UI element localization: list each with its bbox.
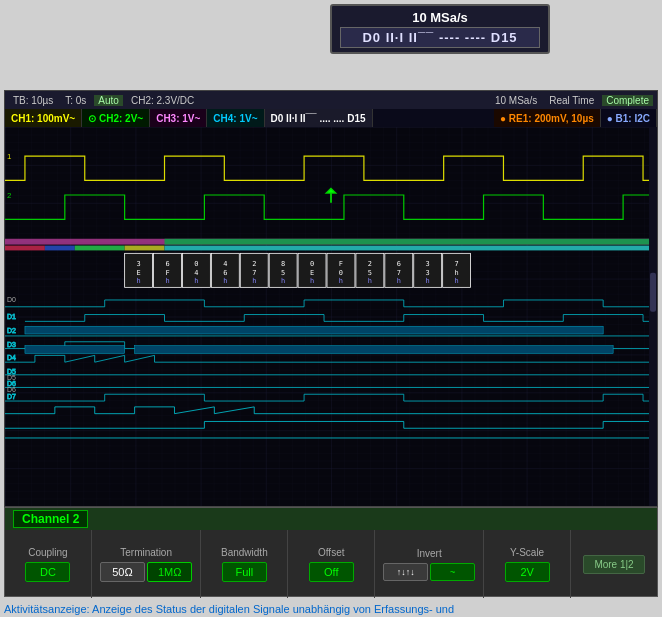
digital-bus-area <box>5 239 657 251</box>
svg-rect-70 <box>649 127 657 506</box>
tab-ch3[interactable]: CH3: 1V~ <box>150 109 207 127</box>
svg-text:2: 2 <box>368 260 372 268</box>
svg-text:F: F <box>165 269 169 277</box>
svg-text:h: h <box>136 278 140 286</box>
ch2-info-status: CH2: 2.3V/DC <box>127 95 198 106</box>
svg-text:7: 7 <box>252 269 256 277</box>
svg-rect-2 <box>5 127 657 506</box>
svg-text:0: 0 <box>194 260 198 268</box>
sample-rate-status: 10 MSa/s <box>491 95 541 106</box>
svg-text:E: E <box>310 269 314 277</box>
svg-text:h: h <box>310 278 314 286</box>
svg-text:2: 2 <box>252 260 256 268</box>
svg-text:h: h <box>165 278 169 286</box>
oscilloscope-main: TB: 10µs T: 0s Auto CH2: 2.3V/DC 10 MSa/… <box>4 90 658 507</box>
coupling-label: Coupling <box>28 547 67 558</box>
digital-channel-display: D0 ΙΙ·Ι ΙΙ¯¯ ---- ---- D15 <box>340 27 540 48</box>
yscale-group: Y-Scale 2V <box>484 530 571 598</box>
svg-text:6: 6 <box>397 260 401 268</box>
svg-text:D1: D1 <box>7 313 16 320</box>
termination-50ohm-button[interactable]: 50Ω <box>100 562 145 582</box>
invert-label: Invert <box>417 548 442 559</box>
tab-b1[interactable]: ● B1: I2C <box>601 109 657 127</box>
invert-off-button[interactable]: ~ <box>430 563 475 581</box>
svg-text:h: h <box>223 278 227 286</box>
scope-status-bar: TB: 10µs T: 0s Auto CH2: 2.3V/DC 10 MSa/… <box>5 91 657 109</box>
svg-rect-8 <box>45 246 75 251</box>
svg-text:h: h <box>252 278 256 286</box>
svg-text:7: 7 <box>455 260 459 268</box>
svg-text:F: F <box>339 260 343 268</box>
channel-label-bar: Channel 2 <box>5 508 657 530</box>
svg-rect-67 <box>25 326 603 334</box>
svg-rect-9 <box>75 246 125 251</box>
status-text: Aktivitätsanzeige: Anzeige des Status de… <box>4 603 658 615</box>
svg-text:0: 0 <box>339 269 343 277</box>
svg-rect-69 <box>135 346 614 354</box>
svg-text:h: h <box>281 278 285 286</box>
invert-btn-group: ↑↓↑↓ ~ <box>383 563 475 581</box>
svg-text:4: 4 <box>194 269 198 277</box>
svg-text:h: h <box>339 278 343 286</box>
invert-wave-button[interactable]: ↑↓↑↓ <box>383 563 428 581</box>
yscale-2v-button[interactable]: 2V <box>505 562 550 582</box>
svg-rect-10 <box>125 246 165 251</box>
coupling-group: Coupling DC <box>5 530 92 598</box>
svg-text:5: 5 <box>281 269 285 277</box>
mode-status: Real Time <box>545 95 598 106</box>
yscale-label: Y-Scale <box>510 547 544 558</box>
svg-text:6: 6 <box>165 260 169 268</box>
svg-text:4: 4 <box>223 260 227 268</box>
svg-text:D5: D5 <box>7 374 16 381</box>
active-channel-label: Channel 2 <box>13 510 88 528</box>
svg-text:D7: D7 <box>7 393 16 400</box>
status-description: Aktivitätsanzeige: Anzeige des Status de… <box>4 603 454 615</box>
svg-rect-68 <box>25 346 125 354</box>
tab-ch1[interactable]: CH1: 100mV~ <box>5 109 82 127</box>
coupling-dc-button[interactable]: DC <box>25 562 70 582</box>
channel-tabs-bar: CH1: 100mV~ ⊙ CH2: 2V~ CH3: 1V~ CH4: 1V~… <box>5 109 657 127</box>
offset-group: Offset Off <box>288 530 375 598</box>
bandwidth-label: Bandwidth <box>221 547 268 558</box>
waveform-display: 3 E h 6 F h 0 4 h 4 6 h 2 7 h <box>5 127 657 506</box>
svg-text:h: h <box>368 278 372 286</box>
offset-label: Offset <box>318 547 345 558</box>
termination-label: Termination <box>120 547 172 558</box>
termination-group: Termination 50Ω 1MΩ <box>92 530 202 598</box>
svg-rect-71 <box>650 273 656 312</box>
termination-btn-group: 50Ω 1MΩ <box>100 562 193 582</box>
bandwidth-group: Bandwidth Full <box>201 530 288 598</box>
waveform-svg: 3 E h 6 F h 0 4 h 4 6 h 2 7 h <box>5 127 657 506</box>
tab-ch4[interactable]: CH4: 1V~ <box>207 109 264 127</box>
more-button[interactable]: More 1|2 <box>583 555 644 574</box>
svg-rect-7 <box>5 246 45 251</box>
controls-row: Coupling DC Termination 50Ω 1MΩ Bandwidt… <box>5 530 657 598</box>
svg-text:h: h <box>455 278 459 286</box>
svg-text:h: h <box>194 278 198 286</box>
svg-text:h: h <box>397 278 401 286</box>
svg-rect-11 <box>165 246 657 251</box>
more-group: More 1|2 <box>571 530 657 598</box>
svg-text:D4: D4 <box>7 354 16 361</box>
tab-digital[interactable]: D0 ΙΙ·Ι ΙΙ¯¯ .... .... D15 <box>265 109 373 127</box>
tb-status: TB: 10µs <box>9 95 57 106</box>
svg-text:D3: D3 <box>7 341 16 348</box>
sample-rate-display: 10 MSa/s <box>340 10 540 25</box>
termination-1mohm-button[interactable]: 1MΩ <box>147 562 193 582</box>
svg-text:1: 1 <box>7 152 11 161</box>
top-digital-panel: 10 MSa/s D0 ΙΙ·Ι ΙΙ¯¯ ---- ---- D15 <box>330 4 550 54</box>
t-status: T: 0s <box>61 95 90 106</box>
svg-text:0: 0 <box>310 260 314 268</box>
bandwidth-full-button[interactable]: Full <box>222 562 267 582</box>
svg-text:7: 7 <box>397 269 401 277</box>
offset-off-button[interactable]: Off <box>309 562 354 582</box>
svg-text:D0: D0 <box>7 296 16 303</box>
svg-text:3: 3 <box>426 269 430 277</box>
svg-text:5: 5 <box>368 269 372 277</box>
svg-text:3: 3 <box>136 260 140 268</box>
tab-re1[interactable]: ● RE1: 200mV, 10µs <box>494 109 601 127</box>
tab-ch2[interactable]: ⊙ CH2: 2V~ <box>82 109 150 127</box>
svg-text:8: 8 <box>281 260 285 268</box>
svg-text:3: 3 <box>426 260 430 268</box>
svg-text:6: 6 <box>223 269 227 277</box>
